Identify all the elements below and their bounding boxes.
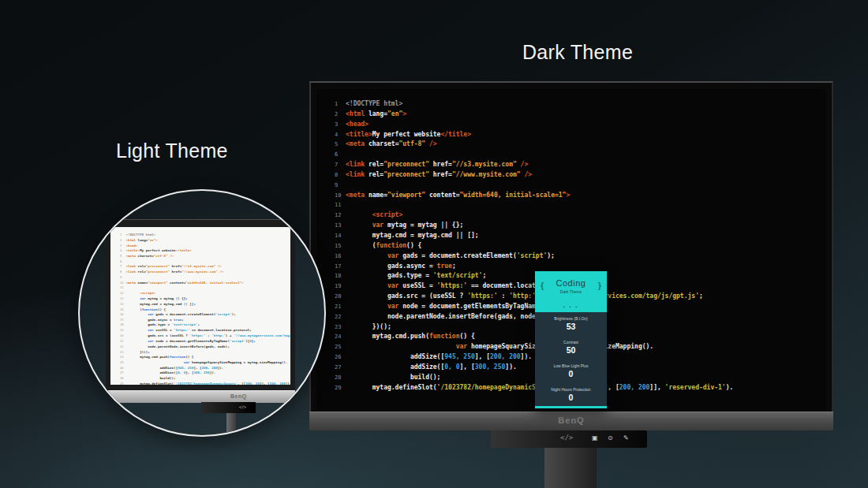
code-line: 5<meta charset="utf-8" />: [120, 254, 290, 259]
code-line: 1<!DOCTYPE html>: [335, 99, 733, 110]
code-line: 26 addSize([945, 250], [200, 200]).: [120, 365, 290, 371]
code-line: 24 mytag.cmd.push(function() {: [120, 355, 290, 360]
osd-right-brace: }: [598, 281, 601, 290]
code-editor-dark: 1<!DOCTYPE html>2<html lang="en">3<head>…: [316, 89, 733, 393]
osd-setting-value: 50: [535, 345, 607, 355]
code-line: 22 node.parentNode.insertBefore(gads, no…: [335, 312, 733, 322]
code-line: 3<head>: [335, 120, 733, 130]
code-line: 19 var useSSL = 'https:' == document.loc…: [335, 281, 733, 292]
osd-setting-row[interactable]: Contrast50: [535, 336, 607, 359]
monitor-stand: [544, 448, 597, 488]
osd-setting-value: 0: [535, 393, 607, 402]
osd-setting-label: Brightness (B.I.On): [535, 316, 607, 321]
code-line: 5<meta charset="utf-8" />: [335, 140, 733, 150]
code-line: 12 <script>: [120, 291, 290, 296]
code-line: 21 var node = document.getElementsByTagN…: [335, 302, 733, 312]
mini-control-bar: </>: [201, 402, 256, 413]
mini-monitor-stand: [226, 413, 236, 437]
osd-setting-label: Low Blue Light Plus: [535, 363, 607, 368]
code-line: 16 var gads = document.createElement('sc…: [335, 251, 733, 262]
osd-left-brace: {: [541, 281, 544, 290]
code-editor-light: 1<!DOCTYPE html>2<html lang="en">3<head>…: [110, 227, 290, 385]
light-monitor-screen: 1<!DOCTYPE html>2<html lang="en">3<head>…: [110, 227, 290, 385]
code-line: 6: [335, 150, 733, 160]
osd-setting-value: 53: [535, 322, 607, 331]
benq-logo: BenQ: [309, 415, 833, 425]
code-line: 25 var homepageSquarySizeMapping = mytag…: [120, 360, 290, 366]
osd-setting-row[interactable]: Night Hours Protection0: [535, 382, 607, 406]
code-line: 3<head>: [120, 243, 290, 248]
light-monitor-bezel: BenQ: [106, 390, 295, 403]
code-line: 12 <script>: [335, 210, 733, 221]
osd-accent-strip: [535, 406, 607, 408]
osd-mode-subtitle: Dark Theme: [535, 289, 607, 294]
stylus-icon[interactable]: ✎: [623, 434, 629, 441]
code-line: 1<!DOCTYPE html>: [120, 233, 290, 238]
code-line: 7<link rel="preconnect" href="//s3.mysit…: [335, 160, 733, 170]
benq-logo-mini: BenQ: [230, 393, 247, 399]
code-line: 29 mytag.defineSlot('/1023782/homepageDy…: [120, 382, 290, 385]
light-monitor: 1<!DOCTYPE html>2<html lang="en">3<head>…: [106, 219, 295, 391]
code-line: 27 addSize([0, 0], [300, 250]).: [335, 363, 733, 373]
osd-menu: { Coding Dark Theme } • • • Brightness (…: [535, 271, 607, 408]
code-line: 14 mytag.cmd = mytag.cmd || [];: [335, 231, 733, 241]
code-line: 14 mytag.cmd = mytag.cmd || [];: [120, 301, 290, 307]
osd-setting-label: Night Hours Protection: [535, 387, 607, 392]
code-line: 21 var node = document.getElementsByTagN…: [120, 339, 290, 345]
code-line: 23 })();: [120, 349, 290, 355]
code-line: 2<html lang="en">: [335, 110, 733, 120]
code-line: 29 mytag.defineSlot('/1023782/homepageDy…: [335, 383, 733, 393]
code-line: 17 gads.async = true;: [120, 318, 290, 323]
code-line: 23 })();: [335, 322, 733, 333]
code-line: 4<title>My perfect website</title>: [335, 130, 733, 140]
code-line: 10<meta name="viewport" content="width=6…: [120, 281, 290, 286]
code-line: 20 gads.src = (useSSL ? 'https:' : 'http…: [120, 333, 290, 339]
osd-setting-row[interactable]: Brightness (B.I.On)53: [535, 312, 607, 336]
osd-mode-title: Coding: [535, 271, 607, 288]
input-source-icon[interactable]: ▣: [592, 434, 598, 441]
code-line: 18 gads.type = 'text/script';: [335, 271, 733, 281]
code-line: 19 var useSSL = 'https:' == document.loc…: [120, 328, 290, 333]
control-bar: </> ▣⊙✎: [491, 430, 647, 448]
code-line: 17 gads.async = true;: [335, 262, 733, 272]
code-line: 13 var mytag = mytag || {};: [335, 221, 733, 231]
code-line: 13 var mytag = mytag || {};: [120, 296, 290, 302]
code-line: 16 var gads = document.createElement('sc…: [120, 312, 290, 318]
code-line: 7<link rel="preconnect" href="//s3.mysit…: [120, 264, 290, 270]
code-line: 11: [335, 200, 733, 210]
osd-setting-value: 0: [535, 369, 607, 378]
code-line: 9: [335, 181, 733, 191]
light-theme-inset: 1<!DOCTYPE html>2<html lang="en">3<head>…: [78, 189, 326, 437]
code-line: 11: [120, 285, 290, 291]
code-line: 2<html lang="en">: [120, 238, 290, 244]
code-line: 10<meta name="viewport" content="width=6…: [335, 191, 733, 201]
code-line: 15 (function() {: [335, 241, 733, 251]
code-line: 22 node.parentNode.insertBefore(gads, no…: [120, 344, 290, 349]
code-line: 26 addSize([945, 250], [200, 200]).: [335, 352, 733, 363]
mini-coding-mode-icon: </>: [239, 404, 246, 409]
code-line: 6: [120, 259, 290, 265]
osd-setting-label: Contrast: [535, 340, 607, 345]
code-line: 20 gads.src = (useSSL ? 'https:' : 'http…: [335, 292, 733, 302]
code-line: 8<link rel="preconnect" href="//www.mysi…: [120, 270, 290, 275]
osd-pagination-dots[interactable]: • • •: [535, 304, 607, 309]
dark-theme-title: Dark Theme: [522, 41, 633, 64]
code-line: 9: [120, 275, 290, 281]
osd-settings: Brightness (B.I.On)53Contrast50Low Blue …: [535, 312, 607, 406]
code-line: 4<title>My perfect website</title>: [120, 248, 290, 254]
osd-setting-row[interactable]: Low Blue Light Plus0: [535, 359, 607, 383]
code-line: 27 addSize([0, 0], [300, 250]).: [120, 371, 290, 376]
code-line: 28 build();: [120, 376, 290, 382]
osd-header: { Coding Dark Theme } • • •: [535, 271, 607, 312]
code-line: 8<link rel="preconnect" href="//www.mysi…: [335, 170, 733, 181]
code-line: 15 (function() {: [120, 307, 290, 312]
code-line: 24 mytag.cmd.push(function() {: [335, 332, 733, 342]
coding-mode-icon[interactable]: </>: [560, 434, 573, 441]
code-line: 28 build();: [335, 373, 733, 383]
power-icon[interactable]: ⊙: [608, 434, 613, 441]
dark-monitor-bezel: BenQ: [309, 412, 833, 430]
light-theme-title: Light Theme: [116, 140, 228, 162]
code-line: 25 var homepageSquarySizeMapping = mytag…: [335, 342, 733, 352]
code-line: 18 gads.type = 'text/script';: [120, 322, 290, 328]
